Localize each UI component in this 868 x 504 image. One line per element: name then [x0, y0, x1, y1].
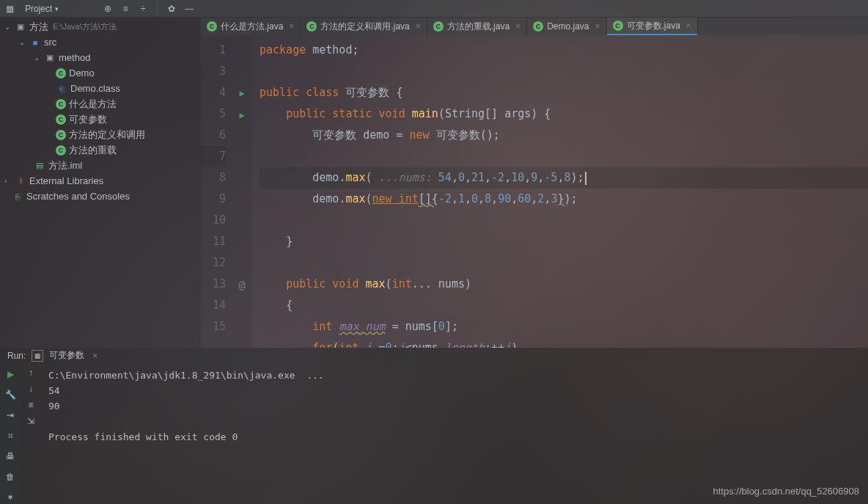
editor-tabs: C 什么是方法.java × C 方法的定义和调用.java × C 方法的重载… [201, 18, 868, 35]
step-icon[interactable]: ⇥ [4, 409, 17, 422]
run-gutter-icon[interactable]: ▶ [239, 88, 244, 98]
tree-scratches[interactable]: ⎘ Scratches and Consoles [0, 189, 200, 204]
java-class-icon: C [56, 99, 66, 109]
print-icon[interactable]: 🖶 [4, 450, 17, 463]
tree-label: External Libraries [29, 175, 103, 186]
tree-src[interactable]: ⌄ ■ src [0, 34, 200, 50]
editor-tab[interactable]: C 方法的定义和调用.java × [301, 18, 427, 35]
tab-label: Demo.java [547, 21, 589, 32]
editor-area: C 什么是方法.java × C 方法的定义和调用.java × C 方法的重载… [201, 18, 868, 348]
tab-label: 可变参数.java [627, 20, 680, 32]
run-config-icon[interactable]: ▦ [32, 350, 43, 362]
tree-label: 可变参数 [69, 113, 107, 126]
editor-tab[interactable]: C 什么是方法.java × [201, 18, 301, 35]
close-icon[interactable]: × [92, 351, 98, 361]
tree-file-4[interactable]: C 方法的定义和调用 [0, 127, 200, 142]
gear-icon[interactable]: ✿ [165, 2, 178, 15]
close-icon[interactable]: × [515, 21, 521, 32]
editor-tab-active[interactable]: C 可变参数.java × [607, 18, 698, 35]
tree-path: E:\Java\方法\方法 [53, 21, 117, 32]
tab-label: 什么是方法.java [221, 21, 283, 33]
chevron-right-icon: › [4, 177, 12, 185]
tree-label: 方法 [29, 21, 48, 34]
code-editor[interactable]: 13456789101112131415 ▶▶ @ package method… [201, 35, 868, 348]
tree-external-libs[interactable]: › ⫴ External Libraries [0, 173, 200, 189]
close-icon[interactable]: × [595, 21, 600, 32]
java-class-icon: C [433, 21, 444, 32]
delete-icon[interactable]: 🗑 [4, 470, 17, 483]
wrench-icon[interactable]: 🔧 [4, 388, 17, 401]
folder-icon: ▣ [15, 21, 26, 33]
watermark: https://blog.csdn.net/qq_52606908 [713, 486, 860, 497]
run-header: Run: ▦ 可变参数 × [0, 348, 868, 363]
tree-label: Demo [69, 67, 95, 78]
tree-label: method [59, 52, 90, 63]
tree-label: 方法.iml [48, 159, 82, 172]
java-class-icon: C [56, 130, 66, 140]
run-gutter-icon[interactable]: ▶ [239, 110, 244, 120]
wrap-icon[interactable]: ≡ [28, 400, 33, 410]
tree-label: src [44, 37, 56, 48]
java-class-icon: C [56, 114, 66, 125]
folder-icon: ■ [29, 37, 41, 48]
run-panel: Run: ▦ 可变参数 × ▶ 🔧 ⇥ ⌗ 🖶 🗑 ✶ ↑ ↓ ≡ ⇲ C:\E… [0, 348, 868, 504]
override-icon[interactable]: @ [238, 279, 245, 292]
tree-iml[interactable]: ▤ 方法.iml [0, 158, 200, 173]
run-output[interactable]: C:\Environment\java\jdk1.8_291\bin\java.… [41, 363, 868, 504]
separator [157, 3, 158, 15]
close-icon[interactable]: × [416, 21, 421, 32]
project-label[interactable]: Project ▾ [21, 4, 63, 14]
tree-file-5[interactable]: C 方法的重载 [0, 142, 200, 158]
scroll-icon[interactable]: ⇲ [27, 416, 34, 426]
tree-label: 什么是方法 [69, 98, 117, 111]
project-label-text: Project [25, 4, 52, 14]
gutter-icons: ▶▶ @ [232, 35, 252, 348]
code-content[interactable]: package method; public class 可变参数 { publ… [252, 35, 868, 348]
java-class-icon: C [533, 21, 543, 32]
locate-icon[interactable]: ⊕ [101, 2, 114, 15]
java-class-icon: C [56, 145, 66, 156]
close-icon[interactable]: × [686, 21, 691, 31]
chevron-down-icon: ⌄ [19, 38, 26, 46]
tree-file-2[interactable]: C 什么是方法 [0, 96, 200, 112]
tab-label: 方法的定义和调用.java [320, 21, 409, 33]
tree-file-democlass[interactable]: ⎗ Demo.class [0, 81, 200, 96]
rerun-icon[interactable]: ▶ [4, 368, 17, 381]
up-arrow-icon[interactable]: ↑ [29, 368, 33, 378]
editor-tab[interactable]: C Demo.java × [527, 18, 606, 35]
tree-file-3[interactable]: C 可变参数 [0, 112, 200, 127]
chevron-down-icon: ⌄ [34, 54, 41, 62]
java-class-icon: C [306, 21, 317, 32]
java-class-icon: C [613, 21, 623, 31]
run-config-name: 可变参数 [49, 349, 84, 362]
chevron-down-icon: ▾ [55, 5, 59, 12]
java-class-icon: C [207, 21, 217, 32]
tree-package[interactable]: ⌄ ▣ method [0, 50, 200, 65]
collapse-icon[interactable]: ÷ [136, 2, 150, 15]
tree-label: 方法的定义和调用 [69, 128, 145, 142]
scratches-icon: ⎘ [12, 191, 23, 202]
run-label: Run: [7, 351, 26, 361]
down-arrow-icon[interactable]: ↓ [29, 384, 33, 394]
tree-root[interactable]: ⌄ ▣ 方法 E:\Java\方法\方法 [0, 19, 200, 34]
pin-icon[interactable]: ✶ [4, 491, 17, 504]
tab-label: 方法的重载.java [447, 21, 510, 33]
hide-icon[interactable]: — [183, 2, 196, 15]
java-class-icon: C [56, 68, 66, 78]
project-view-icon[interactable]: ▦ [3, 2, 16, 15]
tree-label: Demo.class [70, 83, 120, 94]
tree-label: Scratches and Consoles [26, 191, 130, 202]
editor-tab[interactable]: C 方法的重载.java × [427, 18, 527, 35]
bug-icon[interactable]: ⌗ [4, 429, 17, 442]
package-icon: ▣ [44, 52, 56, 64]
class-file-icon: ⎗ [56, 83, 67, 95]
tree-file-demo[interactable]: C Demo [0, 65, 200, 81]
libraries-icon: ⫴ [15, 175, 26, 187]
chevron-down-icon: ⌄ [4, 23, 12, 31]
run-nav: ↑ ↓ ≡ ⇲ [21, 363, 41, 504]
expand-icon[interactable]: ≡ [119, 2, 132, 15]
close-icon[interactable]: × [289, 21, 294, 32]
line-numbers: 13456789101112131415 [201, 35, 232, 348]
run-toolbar: ▶ 🔧 ⇥ ⌗ 🖶 🗑 ✶ [0, 363, 21, 504]
project-tree: ⌄ ▣ 方法 E:\Java\方法\方法 ⌄ ■ src ⌄ ▣ method … [0, 18, 201, 348]
